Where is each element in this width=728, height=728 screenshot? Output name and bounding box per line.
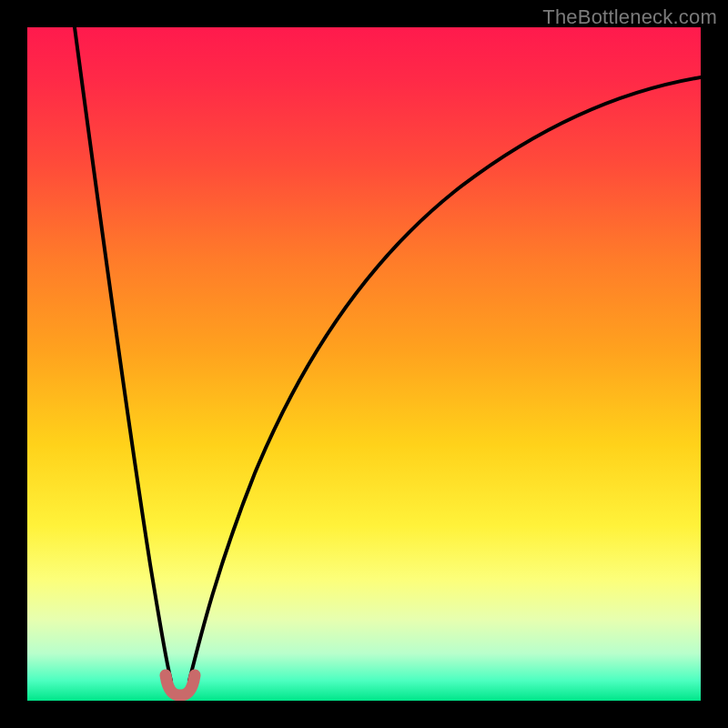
valley-marker	[166, 675, 195, 695]
bottleneck-curve-svg	[27, 27, 701, 701]
bottleneck-curve-left	[75, 27, 171, 681]
watermark-text: TheBottleneck.com	[542, 5, 717, 29]
bottleneck-curve-right	[189, 77, 701, 681]
chart-plot-area	[27, 27, 701, 701]
